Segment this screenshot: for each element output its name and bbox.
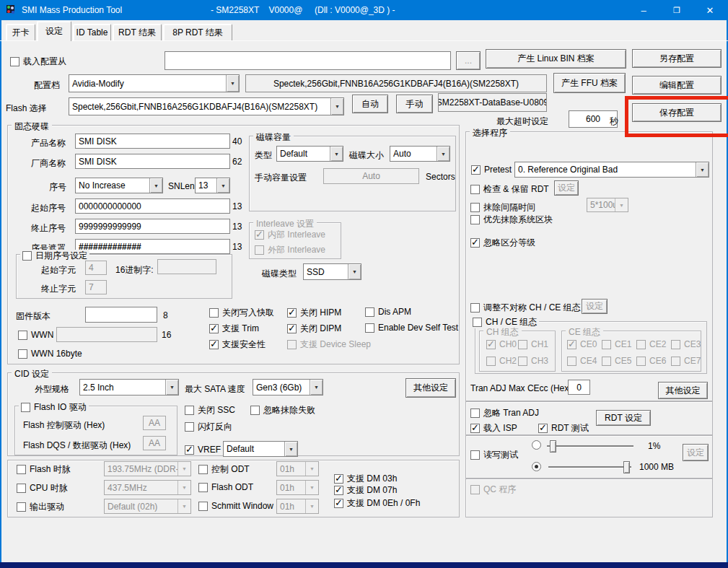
disable-ssc-checkbox[interactable]: 关闭 SSC: [185, 404, 235, 416]
manual-capacity-input[interactable]: Auto: [323, 168, 419, 184]
vendor-name-input[interactable]: SMI DISK: [75, 154, 230, 169]
chevron-down-icon[interactable]: ▼: [437, 147, 449, 161]
support-dm07-checkbox[interactable]: 支援 DM 07h: [334, 484, 397, 497]
checkbox-box[interactable]: [287, 324, 297, 333]
enable-dev-self-test-checkbox[interactable]: Enable Dev Self Test: [365, 323, 458, 333]
chevron-down-icon[interactable]: ▼: [226, 75, 239, 92]
product-name-input[interactable]: SMI DISK: [75, 134, 230, 149]
rdt-test-checkbox[interactable]: RDT 测试: [538, 422, 589, 434]
wwn-checkbox[interactable]: WWN: [18, 330, 53, 340]
chevron-down-icon[interactable]: ▼: [330, 147, 343, 161]
ignore-erase-fail-checkbox[interactable]: 忽略抹除失败: [250, 404, 315, 416]
cid-other-settings-button[interactable]: 其他设定: [405, 378, 456, 398]
schmitt-window-checkbox[interactable]: Schmitt Window: [198, 501, 273, 511]
rw-test-setting-button[interactable]: 设定: [683, 444, 709, 461]
rw-percent-slider-track[interactable]: [547, 445, 633, 447]
pretest-dropdown[interactable]: 0. Reference Original Bad▼: [514, 162, 709, 178]
firmware-input[interactable]: [85, 307, 157, 323]
checkbox-box[interactable]: [22, 251, 32, 261]
vref-checkbox[interactable]: VREF: [185, 445, 221, 455]
save-as-config-button[interactable]: 另存配置: [632, 49, 722, 68]
flash-ctrl-drive-input[interactable]: AA: [143, 416, 166, 430]
adjust-chce-checkbox[interactable]: 调整不对称 CH / CE 组态: [470, 302, 581, 314]
wwn16-checkbox[interactable]: WWN 16byte: [18, 349, 82, 359]
edit-config-button[interactable]: 编辑配置: [632, 76, 722, 95]
rw-test-checkbox[interactable]: 读写测试: [470, 449, 518, 461]
date-serial-checkbox[interactable]: 日期序号设定: [20, 250, 89, 262]
support-dm0e0f-checkbox[interactable]: 支援 DM 0Eh / 0Fh: [334, 497, 420, 510]
hex-word-input[interactable]: [157, 259, 216, 274]
flash-io-checkbox[interactable]: Flash IO 驱动: [19, 401, 89, 414]
tran-adj-max-input[interactable]: 0: [568, 380, 590, 395]
checkbox-box[interactable]: [470, 203, 480, 212]
checkbox-box[interactable]: [250, 406, 260, 415]
auto-button[interactable]: 自动: [352, 95, 388, 113]
checkbox-box[interactable]: [334, 486, 343, 495]
capacity-type-dropdown[interactable]: Default▼: [276, 146, 343, 162]
serial-mask-input[interactable]: #############: [75, 239, 230, 254]
adjust-chce-setting-button[interactable]: 设定: [582, 299, 608, 314]
disk-type-dropdown[interactable]: SSD▼: [303, 263, 361, 280]
checkbox-box[interactable]: [538, 424, 548, 433]
program-other-settings-button[interactable]: 其他设定: [658, 382, 708, 399]
load-config-checkbox[interactable]: 载入配置从: [10, 56, 66, 68]
checkbox-box[interactable]: [470, 238, 480, 248]
checkbox-box[interactable]: [198, 465, 208, 474]
erase-gap-checkbox[interactable]: 抹除间隔时间: [470, 201, 535, 214]
save-config-button[interactable]: 保存配置: [632, 103, 722, 122]
tab-open-card[interactable]: 开卡: [6, 24, 35, 40]
checkbox-box[interactable]: [185, 445, 194, 455]
checkbox-box[interactable]: [471, 165, 481, 175]
disk-size-dropdown[interactable]: Auto▼: [390, 146, 450, 162]
check-keep-rdt-checkbox[interactable]: 检查 & 保留 RDT: [470, 183, 549, 196]
checkbox-box[interactable]: [17, 484, 26, 493]
chevron-down-icon[interactable]: ▼: [330, 98, 343, 115]
flash-odt-checkbox[interactable]: Flash ODT: [198, 482, 253, 492]
chevron-down-icon[interactable]: ▼: [284, 442, 297, 456]
pretest-checkbox[interactable]: Pretest: [471, 165, 512, 175]
maximize-button[interactable]: ❐: [660, 0, 693, 20]
checkbox-box[interactable]: [18, 349, 27, 359]
flash-select-dropdown[interactable]: Spectek,256Gbit,FNNB16A256G1KDBAFJ4(B16A…: [69, 97, 344, 115]
generate-ffu-button[interactable]: 产生 FFU 档案: [553, 73, 626, 93]
serial-mode-dropdown[interactable]: No Increase▼: [75, 178, 163, 193]
close-button[interactable]: ✕: [693, 0, 727, 20]
generate-linux-bin-button[interactable]: 产生 Linux BIN 档案: [486, 49, 626, 69]
support-trim-checkbox[interactable]: 支援 Trim: [209, 323, 259, 335]
checkbox-box[interactable]: [18, 331, 27, 340]
checkbox-box[interactable]: [470, 215, 480, 224]
checkbox-box[interactable]: [470, 450, 480, 460]
checkbox-box[interactable]: [473, 318, 482, 327]
dis-apm-checkbox[interactable]: Dis APM: [365, 307, 411, 317]
checkbox-box[interactable]: [470, 408, 480, 418]
ignore-tran-adj-checkbox[interactable]: 忽略 Tran ADJ: [470, 407, 539, 419]
checkbox-box[interactable]: [21, 403, 30, 412]
checkbox-box[interactable]: [198, 483, 208, 492]
chevron-down-icon[interactable]: ▼: [149, 178, 162, 193]
date-end-input[interactable]: 7: [85, 280, 107, 294]
erase-system-blocks-checkbox[interactable]: 优先抹除系统区块: [470, 214, 553, 226]
checkbox-box[interactable]: [334, 499, 343, 508]
serial-start-input[interactable]: 0000000000000: [75, 198, 230, 214]
tab-settings[interactable]: 设定: [37, 21, 71, 41]
checkbox-box[interactable]: [17, 465, 26, 474]
checkbox-box[interactable]: [185, 422, 194, 432]
form-factor-dropdown[interactable]: 2.5 Inch▼: [79, 379, 179, 396]
ignore-grade-checkbox[interactable]: 忽略区分等级: [470, 237, 535, 249]
checkbox-box[interactable]: [10, 57, 19, 66]
load-config-path-input[interactable]: [165, 51, 451, 70]
cpu-clock-checkbox[interactable]: CPU 时脉: [17, 482, 68, 494]
rw-percent-radio[interactable]: [532, 440, 541, 450]
rdt-setting-button[interactable]: RDT 设定: [596, 410, 651, 426]
checkbox-box[interactable]: [209, 324, 219, 333]
chevron-down-icon[interactable]: ▼: [310, 380, 323, 395]
tab-id-table[interactable]: ID Table: [73, 24, 111, 40]
tab-rdt-result[interactable]: RDT 结果: [113, 24, 162, 40]
checkbox-box[interactable]: [287, 308, 297, 318]
output-drive-checkbox[interactable]: 输出驱动: [17, 501, 64, 513]
ctrl-odt-checkbox[interactable]: 控制 ODT: [198, 463, 250, 476]
rdt-check-setting-button[interactable]: 设定: [554, 180, 579, 196]
chevron-down-icon[interactable]: ▼: [216, 178, 229, 193]
config-file-dropdown[interactable]: Avidia-Modify▼: [69, 74, 240, 92]
checkbox-box[interactable]: [470, 424, 480, 433]
